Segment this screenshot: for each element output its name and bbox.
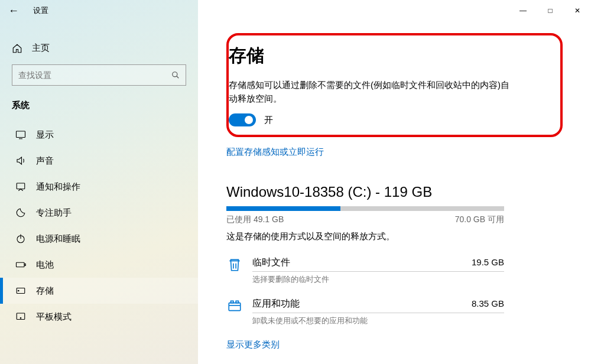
category-body: 临时文件 19.5 GB 选择要删除的临时文件 xyxy=(252,256,504,285)
page-title: 存储 xyxy=(229,44,548,68)
free-label: 70.0 GB 可用 xyxy=(455,214,504,225)
category-name: 临时文件 xyxy=(252,256,290,269)
sidebar-item-label: 声音 xyxy=(36,155,54,167)
sidebar-item-label: 电池 xyxy=(36,259,54,271)
nav-list: 显示 声音 通知和操作 专注助手 电源和睡眠 电池 xyxy=(0,122,198,330)
sidebar-item-tablet[interactable]: 平板模式 xyxy=(0,304,198,330)
search-icon xyxy=(171,71,180,79)
sidebar: ← 设置 主页 系统 显示 声音 xyxy=(0,0,198,364)
sidebar-item-storage[interactable]: 存储 xyxy=(0,278,198,304)
close-button[interactable]: ✕ xyxy=(564,0,591,21)
sidebar-item-label: 专注助手 xyxy=(36,207,72,219)
apps-icon xyxy=(226,298,243,314)
show-more-categories-link[interactable]: 显示更多类别 xyxy=(226,339,280,350)
category-size: 8.35 GB xyxy=(472,298,504,308)
minimize-button[interactable]: — xyxy=(509,0,537,21)
titlebar-left: ← 设置 xyxy=(0,0,198,21)
category-size: 19.5 GB xyxy=(472,257,504,267)
svg-rect-2 xyxy=(17,131,25,138)
sidebar-item-display[interactable]: 显示 xyxy=(0,122,198,148)
trash-icon xyxy=(226,256,243,273)
toggle-state-label: 开 xyxy=(264,115,273,126)
search-input[interactable] xyxy=(18,70,155,80)
display-icon xyxy=(15,129,27,141)
focus-icon xyxy=(15,207,27,219)
svg-rect-17 xyxy=(231,301,233,303)
category-name: 应用和功能 xyxy=(252,298,300,310)
drive-section: Windows10-18358 (C:) - 119 GB 已使用 49.1 G… xyxy=(226,184,563,350)
section-header: 系统 xyxy=(0,100,198,116)
svg-point-10 xyxy=(18,290,20,291)
svg-rect-15 xyxy=(229,303,241,311)
svg-rect-4 xyxy=(17,183,25,189)
settings-window: ← 设置 主页 系统 显示 声音 xyxy=(0,0,591,364)
battery-icon xyxy=(15,259,27,271)
toggle-knob xyxy=(245,116,253,124)
category-subtext: 卸载未使用或不想要的应用和功能 xyxy=(252,316,504,326)
sound-icon xyxy=(15,155,27,167)
window-controls: — □ ✕ xyxy=(509,0,591,21)
sidebar-item-sound[interactable]: 声音 xyxy=(0,148,198,174)
search-box[interactable] xyxy=(12,64,186,86)
notifications-icon xyxy=(15,181,27,193)
main-pane: — □ ✕ 存储 存储感知可以通过删除不需要的文件(例如临时文件和回收站中的内容… xyxy=(198,0,591,364)
back-button[interactable]: ← xyxy=(8,5,19,17)
sidebar-item-label: 通知和操作 xyxy=(36,181,80,193)
drive-usage-labels: 已使用 49.1 GB 70.0 GB 可用 xyxy=(226,214,504,225)
drive-title: Windows10-18358 (C:) - 119 GB xyxy=(226,184,563,200)
sidebar-item-notifications[interactable]: 通知和操作 xyxy=(0,174,198,200)
storage-icon xyxy=(15,285,27,297)
sidebar-item-label: 存储 xyxy=(36,285,54,297)
sidebar-item-focus[interactable]: 专注助手 xyxy=(0,200,198,226)
storage-sense-toggle-row: 开 xyxy=(229,113,548,126)
maximize-button[interactable]: □ xyxy=(537,0,564,21)
sidebar-item-power[interactable]: 电源和睡眠 xyxy=(0,226,198,252)
storage-sense-toggle[interactable] xyxy=(229,113,256,126)
svg-rect-18 xyxy=(236,301,238,303)
drive-usage-fill xyxy=(226,206,340,211)
storage-sense-highlight: 存储 存储感知可以通过删除不需要的文件(例如临时文件和回收站中的内容)自动释放空… xyxy=(226,33,563,137)
sidebar-item-label: 平板模式 xyxy=(36,311,72,323)
category-apps[interactable]: 应用和功能 8.35 GB 卸载未使用或不想要的应用和功能 xyxy=(226,298,504,326)
svg-point-12 xyxy=(20,318,21,319)
svg-point-0 xyxy=(173,72,177,77)
used-label: 已使用 49.1 GB xyxy=(226,214,284,225)
configure-storage-sense-link[interactable]: 配置存储感知或立即运行 xyxy=(226,147,324,158)
home-nav[interactable]: 主页 xyxy=(0,35,198,64)
svg-rect-8 xyxy=(25,264,26,266)
home-icon xyxy=(12,43,22,54)
sidebar-item-battery[interactable]: 电池 xyxy=(0,252,198,278)
category-header: 临时文件 19.5 GB xyxy=(252,256,504,272)
storage-sense-description: 存储感知可以通过删除不需要的文件(例如临时文件和回收站中的内容)自动释放空间。 xyxy=(229,79,512,105)
category-body: 应用和功能 8.35 GB 卸载未使用或不想要的应用和功能 xyxy=(252,298,504,326)
svg-line-1 xyxy=(177,76,179,79)
category-header: 应用和功能 8.35 GB xyxy=(252,298,504,313)
power-icon xyxy=(15,233,27,245)
window-title: 设置 xyxy=(33,5,48,16)
content: 存储 存储感知可以通过删除不需要的文件(例如临时文件和回收站中的内容)自动释放空… xyxy=(198,0,591,364)
svg-rect-7 xyxy=(17,262,25,267)
drive-usage-bar xyxy=(226,206,504,211)
home-label: 主页 xyxy=(32,43,50,54)
usage-description: 这是存储的使用方式以及空间的释放方式。 xyxy=(226,231,563,242)
tablet-icon xyxy=(15,311,27,323)
sidebar-item-label: 电源和睡眠 xyxy=(36,233,80,245)
category-subtext: 选择要删除的临时文件 xyxy=(252,274,504,285)
sidebar-item-label: 显示 xyxy=(36,129,54,141)
category-temp-files[interactable]: 临时文件 19.5 GB 选择要删除的临时文件 xyxy=(226,256,504,285)
